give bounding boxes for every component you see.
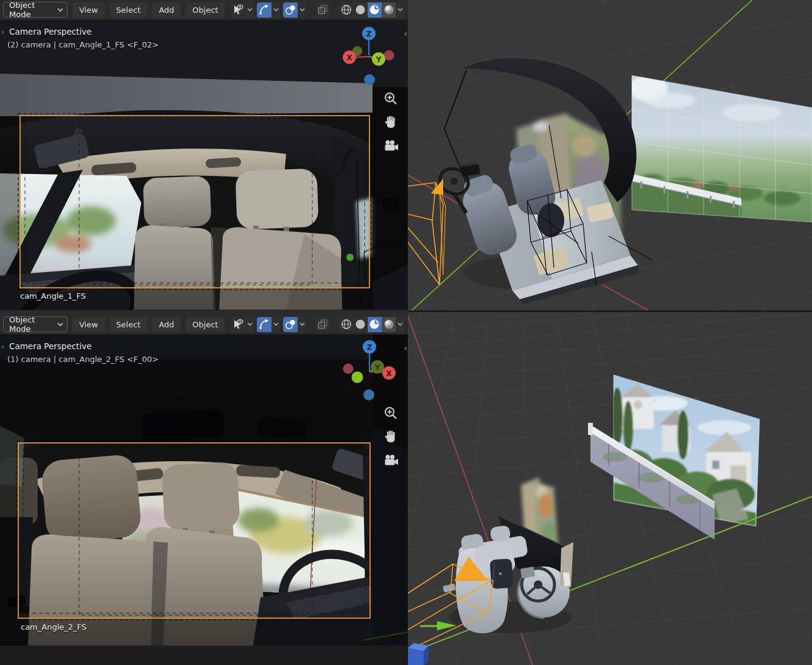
view-label: Camera Perspective [9, 27, 91, 37]
xray-toggle-icon[interactable] [316, 2, 330, 18]
scene-bottom-render [408, 312, 812, 665]
camera-view-icon[interactable] [382, 453, 399, 467]
shading-wireframe-icon[interactable] [339, 2, 353, 18]
sidebar-collapse-arrow[interactable]: ‹ [404, 343, 407, 353]
gizmo-y-label: Y [374, 363, 380, 372]
viewport-scene-top[interactable] [408, 0, 812, 310]
gizmo-x-label: X [386, 369, 392, 378]
blender-window: Object Mode View Select Add Object [0, 0, 812, 665]
gizmos-dropdown[interactable] [271, 2, 281, 18]
gizmo-x-label: X [346, 54, 352, 62]
left-editor-column: Object Mode View Select Add Object [0, 0, 408, 665]
xray-toggle-icon[interactable] [316, 317, 330, 332]
overlays-dropdown[interactable] [298, 317, 307, 332]
object-visibility-icon[interactable] [231, 317, 245, 332]
viewport-scene-bottom[interactable] [408, 312, 812, 665]
overlays-toggle-icon[interactable] [283, 317, 297, 332]
gizmos-toggle-icon[interactable] [257, 317, 271, 332]
menu-select[interactable]: Select [110, 317, 147, 332]
mode-selector[interactable]: Object Mode [3, 316, 68, 332]
shading-rendered-icon[interactable] [382, 317, 396, 332]
shading-material-icon[interactable] [368, 2, 382, 18]
menu-object[interactable]: Object [186, 317, 225, 332]
shading-dropdown[interactable] [396, 317, 405, 332]
menu-object[interactable]: Object [186, 2, 225, 17]
gizmos-toggle-icon[interactable] [257, 2, 271, 18]
navigation-gizmo[interactable]: Z X Y [336, 337, 403, 404]
mode-selector-label: Object Mode [9, 1, 51, 19]
camera-name-label: cam_Angle_1_FS [20, 291, 86, 301]
gizmos-dropdown[interactable] [271, 317, 281, 332]
object-visibility-icon[interactable] [231, 2, 245, 18]
active-object-info: (1) camera | cam_Angle_2_FS <F_00> [7, 355, 159, 364]
camera-view-icon[interactable] [382, 138, 399, 153]
shading-wireframe-icon[interactable] [339, 317, 353, 332]
shading-rendered-icon[interactable] [382, 2, 396, 18]
viewport-header-bottom: Object Mode View Select Add Object [0, 315, 408, 335]
menu-view[interactable]: View [72, 317, 105, 332]
shading-solid-icon[interactable] [353, 317, 367, 332]
shading-solid-icon[interactable] [353, 2, 367, 18]
object-visibility-dropdown[interactable] [245, 2, 254, 18]
menu-add[interactable]: Add [152, 2, 181, 17]
mode-selector-label: Object Mode [9, 315, 51, 333]
menu-view[interactable]: View [72, 2, 105, 17]
chevron-down-icon [57, 322, 62, 327]
gizmo-y-label: Y [376, 55, 382, 64]
shading-dropdown[interactable] [396, 2, 405, 18]
chevron-down-icon [57, 8, 62, 12]
gizmo-z-label: Z [367, 343, 373, 352]
gizmo-z-label: Z [366, 30, 372, 38]
camera-name-label: cam_Angle_2_FS [21, 622, 86, 632]
zoom-icon[interactable] [383, 91, 399, 106]
navigation-gizmo[interactable]: Z X Y [336, 23, 403, 89]
active-object-info: (2) camera | cam_Angle_1_FS <F_02> [7, 40, 159, 49]
pan-hand-icon[interactable] [383, 429, 399, 445]
menu-add[interactable]: Add [152, 317, 181, 332]
viewport-camera-angle-1[interactable]: › Camera Perspective (2) camera | cam_An… [0, 20, 408, 310]
overlays-dropdown[interactable] [298, 2, 307, 18]
viewport-header-top: Object Mode View Select Add Object [0, 0, 408, 20]
right-editor-column [408, 0, 812, 665]
object-visibility-dropdown[interactable] [245, 317, 254, 332]
region-expand-arrow[interactable]: › [1, 342, 4, 351]
menu-select[interactable]: Select [110, 2, 147, 17]
viewport-camera-angle-2[interactable]: › Camera Perspective (1) camera | cam_An… [0, 335, 408, 646]
zoom-icon[interactable] [383, 405, 399, 421]
shading-material-icon[interactable] [368, 317, 382, 332]
overlays-toggle-icon[interactable] [283, 2, 297, 18]
region-expand-arrow[interactable]: › [1, 27, 4, 37]
view-label: Camera Perspective [9, 341, 91, 351]
sidebar-collapse-arrow[interactable]: ‹ [404, 29, 407, 38]
pan-hand-icon[interactable] [383, 114, 399, 130]
mode-selector[interactable]: Object Mode [3, 2, 68, 18]
scene-top-render [408, 0, 812, 310]
